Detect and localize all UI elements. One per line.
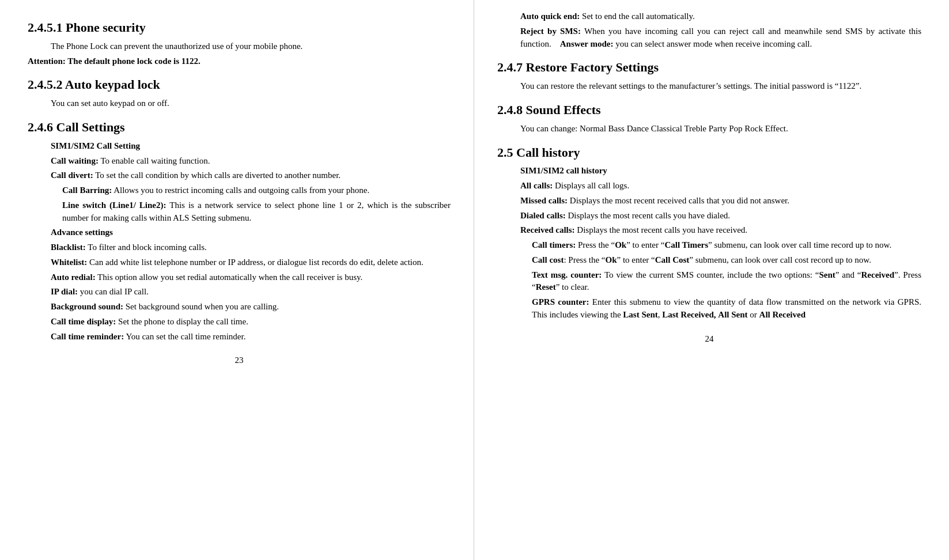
heading-247: 2.4.7 Restore Factory Settings bbox=[497, 58, 921, 77]
para-attention: Attention: The default phone lock code i… bbox=[28, 55, 451, 68]
bold-call-divert: Call divert: bbox=[51, 171, 93, 180]
bold-call-cost: Call cost bbox=[532, 255, 564, 264]
page-number-left: 23 bbox=[28, 354, 451, 367]
bold-received: Received bbox=[861, 270, 894, 279]
bold-reset: Reset bbox=[536, 282, 556, 292]
item-text-msg-counter: Text msg. counter: To view the current S… bbox=[532, 269, 921, 294]
item-blacklist: Blacklist: To filter and block incoming … bbox=[51, 241, 451, 254]
bold-sim-call-history: SIM1/SIM2 call history bbox=[520, 166, 607, 175]
para-phone-lock: The Phone Lock can prevent the unauthori… bbox=[28, 40, 451, 53]
bold-call-cost-submenu: Call Cost bbox=[655, 255, 690, 264]
item-auto-redial: Auto redial: This option allow you set r… bbox=[51, 271, 451, 284]
bold-last-sent: Last Sent bbox=[623, 310, 657, 319]
bold-call-time-reminder: Call time reminder: bbox=[51, 332, 124, 341]
bold-blacklist: Blacklist: bbox=[51, 243, 86, 252]
item-reject-sms: Reject by SMS: When you have incoming ca… bbox=[520, 25, 921, 51]
item-line-switch: Line switch (Line1/ Line2): This is a ne… bbox=[62, 199, 451, 225]
heading-246: 2.4.6 Call Settings bbox=[28, 118, 451, 137]
para-sound-effects: You can change: Normal Bass Dance Classi… bbox=[497, 123, 921, 135]
bold-missed-calls: Missed calls: bbox=[520, 196, 568, 205]
heading-2451: 2.4.5.1 Phone security bbox=[28, 18, 451, 37]
item-all-calls: All calls: Displays all call logs. bbox=[520, 180, 921, 192]
bold-ok-2: Ok bbox=[606, 255, 617, 264]
sub-heading-sim-call: SIM1/SIM2 Call Setting bbox=[51, 140, 451, 153]
bold-text-msg-counter: Text msg. counter: bbox=[532, 270, 602, 279]
bold-sent: Sent bbox=[819, 270, 835, 279]
item-gprs-counter: GPRS counter: Enter this submenu to view… bbox=[532, 296, 921, 321]
sub-heading-sim-call-history: SIM1/SIM2 call history bbox=[520, 165, 921, 177]
item-dialed-calls: Dialed calls: Displays the most recent c… bbox=[520, 210, 921, 222]
bold-call-time-display: Call time display: bbox=[51, 317, 116, 326]
bold-call-waiting: Call waiting: bbox=[51, 156, 99, 165]
item-received-calls: Received calls: Displays the most recent… bbox=[520, 224, 921, 237]
item-call-time-display: Call time display: Set the phone to disp… bbox=[51, 316, 451, 328]
page-right: Auto quick end: Set to end the call auto… bbox=[474, 0, 949, 560]
heading-2452: 2.4.5.2 Auto keypad lock bbox=[28, 75, 451, 94]
item-call-waiting: Call waiting: To enable call waiting fun… bbox=[51, 155, 451, 168]
bold-all-received: All Received bbox=[759, 310, 806, 319]
bold-call-timers: Call timers: bbox=[532, 240, 576, 249]
bold-call-timers-submenu: Call Timers bbox=[664, 240, 708, 249]
bold-all-calls: All calls: bbox=[520, 181, 553, 190]
bold-answer-mode: Answer mode: bbox=[560, 39, 614, 48]
bold-last-received: Last Received, bbox=[662, 310, 716, 319]
bold-ip-dial: IP dial: bbox=[51, 287, 78, 296]
item-call-time-reminder: Call time reminder: You can set the call… bbox=[51, 331, 451, 343]
item-auto-quick-end: Auto quick end: Set to end the call auto… bbox=[520, 10, 921, 23]
bold-call-barring: Call Barring: bbox=[62, 186, 112, 195]
item-call-cost: Call cost: Press the “Ok” to enter “Call… bbox=[532, 254, 921, 267]
bold-auto-quick-end: Auto quick end: bbox=[520, 12, 580, 21]
item-background-sound: Background sound: Set background sound w… bbox=[51, 301, 451, 313]
page-container: 2.4.5.1 Phone security The Phone Lock ca… bbox=[0, 0, 949, 560]
bold-received-calls: Received calls: bbox=[520, 225, 575, 234]
heading-25: 2.5 Call history bbox=[497, 143, 921, 162]
bold-auto-redial: Auto redial: bbox=[51, 273, 96, 282]
sub-heading-advance: Advance settings bbox=[51, 226, 451, 239]
item-ip-dial: IP dial: you can dial IP call. bbox=[51, 286, 451, 298]
bold-background-sound: Background sound: bbox=[51, 302, 123, 311]
heading-248: 2.4.8 Sound Effects bbox=[497, 101, 921, 119]
para-restore: You can restore the relevant settings to… bbox=[497, 80, 921, 93]
bold-attention: Attention: The default phone lock code i… bbox=[28, 56, 201, 66]
bold-line-switch: Line switch (Line1/ Line2): bbox=[62, 200, 167, 210]
item-call-barring: Call Barring: Allows you to restrict inc… bbox=[62, 184, 451, 197]
bold-all-sent: All Sent bbox=[718, 310, 747, 319]
page-left: 2.4.5.1 Phone security The Phone Lock ca… bbox=[0, 0, 474, 560]
bold-advance-settings: Advance settings bbox=[51, 228, 113, 237]
item-missed-calls: Missed calls: Displays the most recent r… bbox=[520, 195, 921, 207]
item-call-divert: Call divert: To set the call condition b… bbox=[51, 169, 451, 182]
bold-gprs-counter: GPRS counter: bbox=[532, 297, 589, 307]
bold-dialed-calls: Dialed calls: bbox=[520, 211, 566, 220]
page-number-right: 24 bbox=[497, 333, 921, 346]
bold-sim-call: SIM1/SIM2 Call Setting bbox=[51, 141, 140, 150]
item-whitelist: Whitelist: Can add white list telephone … bbox=[51, 256, 451, 269]
item-call-timers: Call timers: Press the “Ok” to enter “Ca… bbox=[532, 239, 921, 252]
bold-whitelist: Whitelist: bbox=[51, 258, 87, 267]
bold-ok-1: Ok bbox=[615, 240, 626, 249]
para-auto-keypad: You can set auto keypad on or off. bbox=[28, 97, 451, 110]
bold-reject-sms: Reject by SMS: bbox=[520, 27, 581, 36]
